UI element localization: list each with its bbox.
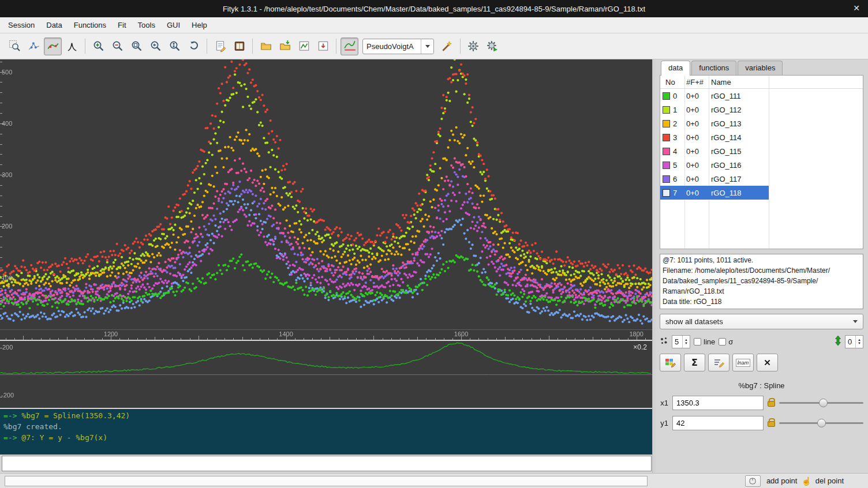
param-x1-input[interactable] [672,396,764,410]
y-tick-label: 100 [2,275,12,281]
menu-help[interactable]: Help [186,18,213,32]
run-fit-button[interactable] [465,37,482,55]
data-edit-mode-icon [28,40,40,52]
zoom-out-button[interactable] [108,37,126,55]
menu-tools[interactable]: Tools [132,18,161,32]
dataset-color-swatch[interactable] [663,120,670,127]
param-y1-slider[interactable] [779,419,863,427]
menu-fit[interactable]: Fit [112,18,132,32]
tab-variables[interactable]: variables [738,61,783,76]
dataset-color-swatch[interactable] [663,134,670,141]
menu-functions[interactable]: Functions [68,18,112,32]
dataset-color-swatch[interactable] [663,189,670,197]
table-row[interactable]: 60+0rGO_117 [660,172,769,186]
zoom-vertical-button[interactable] [166,37,184,55]
dataset-color-swatch[interactable] [663,92,670,100]
baseline-mode-button[interactable] [44,37,62,55]
zoom-in-button[interactable] [89,37,107,55]
auto-add-function-button[interactable] [438,37,456,55]
zoom-whole-button[interactable] [128,37,145,55]
mouse-hints-button[interactable] [745,475,761,487]
data-info-box[interactable]: @7: 1011 points, 1011 active.Filename: /… [660,254,863,309]
rename-dataset-button[interactable]: lnam [732,354,754,371]
param-y1-input[interactable] [672,416,764,430]
title-bar: Fityk 1.3.1 - /home/aleplo/test/Document… [0,0,868,17]
dataset-name: rGO_112 [709,106,742,114]
dataset-number: 4 [673,147,684,156]
sigma-checkbox[interactable] [719,338,726,346]
edit-function-button[interactable] [708,354,729,371]
param-x1-label: x1 [660,399,668,407]
delete-dataset-button[interactable]: ✕ [757,354,778,371]
table-row[interactable]: 30+0rGO_114 [660,130,769,144]
log-view-button[interactable] [230,37,248,55]
edit-data-button[interactable] [660,354,681,371]
y-tick-label: 500 [2,69,12,76]
sidebar-buttons-row: Σ lnam ✕ [660,354,863,371]
shift-spinner[interactable]: 0 ▲▼ [845,335,863,348]
tab-functions[interactable]: functions [691,61,736,76]
table-row[interactable]: 10+0rGO_112 [660,103,769,117]
param-y1-label: y1 [660,419,668,427]
script-edit-button[interactable] [211,37,229,55]
save-plot-button[interactable] [295,37,313,55]
dataset-number: 6 [673,175,684,183]
menu-data[interactable]: Data [40,18,68,32]
zoom-select-mode-button[interactable] [6,37,24,55]
tab-data[interactable]: data [661,61,690,76]
open-data-button[interactable] [257,37,275,55]
lock-icon[interactable] [768,421,775,427]
param-y1-row: y1 [660,415,863,430]
data-edit-mode-button[interactable] [25,37,43,55]
dataset-filter-combo[interactable]: show all datasets [660,314,863,329]
toolbar-separator [85,39,85,54]
strip-background-button[interactable] [341,37,358,55]
line-checkbox-label: line [704,337,715,346]
aux-plot[interactable]: 200 -200 ×0.2 [0,341,652,408]
point-size-spinner[interactable]: 5 ▲▼ [672,335,690,348]
dataset-color-swatch[interactable] [663,175,670,183]
close-icon[interactable]: ✕ [853,3,860,13]
table-row[interactable]: 20+0rGO_113 [660,117,769,130]
command-input[interactable] [2,456,652,471]
append-data-button[interactable] [276,37,294,55]
x-tick-label: 1200 [104,331,118,337]
dataset-name: rGO_115 [709,147,742,156]
fit-settings-icon [486,40,499,52]
toolbar-separator [336,39,336,54]
dataset-func-count: 0+0 [684,161,709,170]
fit-vertical-icon[interactable] [835,335,841,348]
export-data-button[interactable] [314,37,332,55]
table-row[interactable]: 00+0rGO_111 [660,89,769,103]
main-plot[interactable]: 5004003002001001200140016001800 [0,59,652,340]
aux-plot-canvas[interactable] [0,341,652,408]
fit-settings-button[interactable] [484,37,502,55]
console-text: @7: Y = y - %bg7(x) [21,433,107,442]
add-peak-mode-button[interactable] [63,37,81,55]
lock-icon[interactable] [768,401,775,407]
dataset-number: 2 [673,119,684,128]
table-row[interactable]: 50+0rGO_116 [660,158,769,172]
slider-handle[interactable] [817,419,826,427]
zoom-undo-button[interactable] [185,37,203,55]
zoom-previous-button[interactable] [147,37,164,55]
x-tick-label: 1600 [454,331,468,337]
line-checkbox[interactable] [694,338,701,346]
dataset-color-swatch[interactable] [663,162,670,169]
info-line: Raman/rGO_118.txt [663,286,860,296]
spinner-arrows-icon[interactable]: ▲▼ [682,336,690,348]
menu-gui[interactable]: GUI [161,18,186,32]
slider-handle[interactable] [819,399,828,407]
function-panel-title: %bg7 : Spline [660,381,863,390]
table-row[interactable]: 70+0rGO_118 [660,186,769,200]
dataset-color-swatch[interactable] [663,106,670,114]
function-type-combo[interactable]: PseudoVoigtA [362,39,434,54]
menu-session[interactable]: Session [2,18,40,32]
main-plot-canvas[interactable] [0,59,652,340]
pointer-hand-icon: ☝ [801,476,811,486]
sum-datasets-button[interactable]: Σ [684,354,705,371]
table-row[interactable]: 40+0rGO_115 [660,144,769,158]
dataset-color-swatch[interactable] [663,148,670,155]
param-x1-slider[interactable] [779,399,863,407]
spinner-arrows-icon[interactable]: ▲▼ [855,336,863,348]
